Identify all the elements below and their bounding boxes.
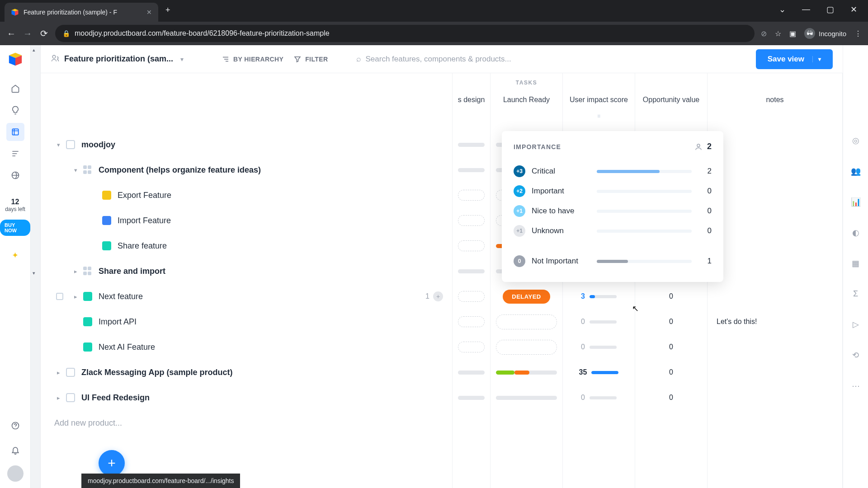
- column-header[interactable]: User impact score: [563, 87, 635, 113]
- cell[interactable]: [453, 284, 490, 309]
- back-button[interactable]: ←: [6, 28, 16, 39]
- cell[interactable]: [708, 410, 842, 436]
- minimize-icon[interactable]: ―: [802, 5, 810, 14]
- cell[interactable]: 0: [563, 385, 635, 410]
- tree-row[interactable]: Share feature: [41, 233, 452, 258]
- expand-icon[interactable]: ▸: [71, 268, 80, 275]
- nav-insights[interactable]: [6, 101, 24, 119]
- column-header[interactable]: s design: [453, 87, 490, 113]
- cell[interactable]: 0: [635, 334, 707, 360]
- importance-row[interactable]: +2Important0: [514, 181, 712, 201]
- scroll-up-icon[interactable]: ▴: [33, 47, 35, 53]
- importance-row[interactable]: +1Nice to have0: [514, 201, 712, 221]
- nav-features[interactable]: [6, 123, 24, 141]
- cell[interactable]: 0: [563, 334, 635, 360]
- cell[interactable]: [453, 360, 490, 385]
- nav-roadmap[interactable]: [6, 145, 24, 163]
- tree-row[interactable]: Next AI Feature: [41, 334, 452, 360]
- user-avatar[interactable]: [7, 465, 24, 482]
- expand-icon[interactable]: ▸: [71, 293, 80, 300]
- search-input[interactable]: [366, 55, 746, 64]
- incognito-indicator[interactable]: 🕶 Incognito: [804, 28, 846, 39]
- resize-gutter[interactable]: ▴ ▾: [31, 45, 41, 488]
- nav-portal[interactable]: [6, 166, 24, 184]
- cell[interactable]: [708, 360, 842, 385]
- importance-row[interactable]: +1Unknown0: [514, 221, 712, 241]
- cell[interactable]: [453, 183, 490, 208]
- tree-row[interactable]: Add new product...: [41, 410, 452, 436]
- refresh-icon[interactable]: ⟲: [852, 350, 859, 360]
- cell[interactable]: [453, 309, 490, 334]
- cell[interactable]: [708, 183, 842, 208]
- tree-row[interactable]: Import API: [41, 309, 452, 334]
- cell[interactable]: [708, 208, 842, 233]
- cell[interactable]: 0: [635, 309, 707, 334]
- tree-row[interactable]: ▸Zlack Messaging App (sample product): [41, 360, 452, 385]
- sparkle-icon[interactable]: ✦: [12, 250, 19, 260]
- maximize-icon[interactable]: ▢: [826, 5, 834, 14]
- new-tab-button[interactable]: +: [158, 5, 178, 15]
- people-add-icon[interactable]: 👥: [851, 166, 861, 176]
- add-fab[interactable]: +: [99, 450, 125, 476]
- calendar-icon[interactable]: ▦: [852, 258, 859, 268]
- more-icon[interactable]: ⋯: [852, 381, 860, 391]
- column-header[interactable]: notes: [708, 87, 842, 113]
- cell[interactable]: Let's do this!: [708, 309, 842, 334]
- sort-icon[interactable]: ≡: [563, 113, 635, 132]
- tree-row[interactable]: Export Feature: [41, 183, 452, 208]
- tree-row[interactable]: ▸Next feature1+: [41, 284, 452, 309]
- cell[interactable]: [453, 385, 490, 410]
- chevron-down-icon[interactable]: ▾: [180, 56, 184, 63]
- cell[interactable]: [453, 208, 490, 233]
- save-view-button[interactable]: Save view ▾: [756, 49, 833, 69]
- tree-row[interactable]: ▾moodjoy: [41, 132, 452, 157]
- cell[interactable]: [708, 157, 842, 183]
- close-tab-icon[interactable]: ✕: [146, 9, 152, 16]
- tree-row[interactable]: Import Feature: [41, 208, 452, 233]
- cell[interactable]: [635, 410, 707, 436]
- expand-icon[interactable]: ▸: [54, 394, 62, 401]
- productboard-logo[interactable]: [8, 52, 23, 67]
- target-icon[interactable]: ◎: [852, 136, 859, 145]
- row-checkbox[interactable]: [56, 293, 63, 300]
- address-bar[interactable]: 🔒 moodjoy.productboard.com/feature-board…: [55, 25, 755, 42]
- buy-now-button[interactable]: BUY NOW: [0, 220, 30, 236]
- expand-icon[interactable]: ▾: [71, 167, 80, 174]
- cell[interactable]: [708, 284, 842, 309]
- importance-row-not-important[interactable]: 0Not Important1: [514, 251, 712, 271]
- importance-row[interactable]: +3Critical2: [514, 161, 712, 181]
- cell[interactable]: [563, 410, 635, 436]
- cell[interactable]: [453, 157, 490, 183]
- cell[interactable]: X: [491, 334, 562, 360]
- expand-icon[interactable]: ▸: [54, 369, 62, 376]
- cell[interactable]: [453, 233, 490, 258]
- cell[interactable]: [453, 132, 490, 157]
- view-title[interactable]: Feature prioritization (sam... ▾: [51, 54, 184, 65]
- chart-icon[interactable]: 📊: [851, 197, 861, 207]
- save-view-dropdown[interactable]: ▾: [812, 56, 821, 62]
- cell[interactable]: [708, 258, 842, 284]
- cell[interactable]: [708, 334, 842, 360]
- cell[interactable]: [491, 410, 562, 436]
- panel-icon[interactable]: ▣: [789, 29, 796, 38]
- tree-row[interactable]: ▸UI Feed Redesign: [41, 385, 452, 410]
- cell[interactable]: 0: [635, 360, 707, 385]
- forward-button[interactable]: →: [23, 28, 33, 39]
- cell[interactable]: [453, 334, 490, 360]
- cell[interactable]: [491, 360, 562, 385]
- flag-icon[interactable]: ▷: [853, 319, 859, 329]
- column-header[interactable]: Launch Ready: [491, 87, 562, 113]
- cell[interactable]: [708, 385, 842, 410]
- close-window-icon[interactable]: ✕: [850, 5, 857, 14]
- column-header[interactable]: Opportunity value: [635, 87, 707, 113]
- sigma-icon[interactable]: Σ: [853, 289, 858, 299]
- eye-off-icon[interactable]: ⊘: [761, 29, 767, 38]
- notifications-icon[interactable]: [6, 441, 24, 459]
- cell[interactable]: [491, 385, 562, 410]
- tree-row[interactable]: ▾Component (helps organize feature ideas…: [41, 157, 452, 183]
- kebab-menu-icon[interactable]: ⋮: [854, 29, 862, 38]
- search-field[interactable]: ⌕: [356, 54, 746, 64]
- filter-toggle[interactable]: FILTER: [293, 55, 328, 63]
- cell[interactable]: 0: [635, 385, 707, 410]
- by-hierarchy-toggle[interactable]: BY HIERARCHY: [222, 55, 283, 63]
